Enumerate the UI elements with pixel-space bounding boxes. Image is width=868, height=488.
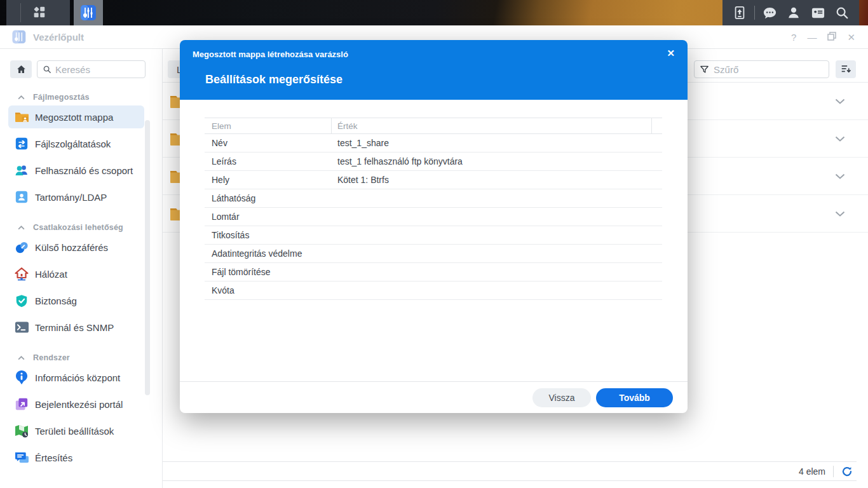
help-button[interactable]: ? — [791, 32, 796, 42]
section-header-connectivity[interactable]: Csatlakozási lehetőség — [0, 223, 162, 232]
taskbar-divider — [20, 3, 21, 22]
dialog-body: Elem Érték Név test_1_share Leírás test_… — [180, 100, 688, 300]
chevron-up-icon — [18, 95, 25, 100]
sidebar-item-notification[interactable]: Értesítés — [8, 446, 144, 469]
status-divider — [833, 466, 834, 477]
sidebar-scrollbar[interactable] — [145, 120, 150, 395]
table-header: Elem Érték — [205, 118, 662, 134]
search-button[interactable] — [830, 0, 854, 25]
sidebar-item-file-services[interactable]: Fájlszolgáltatások — [8, 132, 144, 155]
dialog-header: Megosztott mappa létrehozása varázsló ✕ … — [180, 40, 688, 100]
filter-input[interactable] — [714, 64, 824, 75]
sidebar: Fájlmegosztás Megosztott mappa Fájlszolg… — [0, 49, 163, 488]
row-expand-chevron[interactable] — [835, 98, 845, 104]
apps-grid-icon — [32, 5, 46, 18]
back-button[interactable]: Vissza — [532, 388, 591, 407]
row-label: Név — [205, 138, 332, 148]
dialog-footer: Vissza Tovább — [180, 381, 688, 413]
terminal-icon — [14, 320, 29, 335]
table-row: Kvóta — [205, 281, 662, 300]
home-button[interactable] — [10, 60, 32, 78]
row-label: Fájl tömörítése — [205, 267, 332, 277]
sidebar-item-label: Értesítés — [35, 452, 72, 463]
file-services-icon — [14, 136, 29, 151]
confirmation-table: Elem Érték Név test_1_share Leírás test_… — [205, 118, 662, 300]
user-button[interactable] — [782, 0, 806, 25]
main-menu-button[interactable] — [32, 5, 46, 21]
sidebar-item-label: Információs központ — [35, 372, 120, 383]
row-label: Adatintegritás védelme — [205, 248, 332, 259]
taskbar-control-panel-button[interactable] — [74, 0, 103, 25]
sidebar-item-external-access[interactable]: Külső hozzáférés — [8, 236, 144, 259]
row-expand-chevron[interactable] — [835, 173, 845, 179]
external-device-button[interactable] — [728, 0, 752, 25]
chevron-down-icon — [835, 173, 845, 179]
row-label: Leírás — [205, 156, 332, 166]
sidebar-item-regional-options[interactable]: Területi beállítások — [8, 419, 144, 442]
table-row: Láthatóság — [205, 189, 662, 208]
security-shield-icon — [14, 293, 29, 308]
widgets-button[interactable] — [806, 0, 830, 25]
sidebar-search[interactable] — [37, 60, 146, 78]
restore-icon — [827, 32, 836, 41]
sort-icon — [841, 64, 851, 74]
maximize-button[interactable] — [827, 32, 836, 42]
row-expand-chevron[interactable] — [835, 211, 845, 217]
section-label: Rendszer — [33, 353, 70, 362]
column-header-elem: Elem — [205, 118, 332, 133]
user-icon — [787, 6, 801, 20]
sidebar-item-network[interactable]: Hálózat — [8, 262, 144, 285]
refresh-button[interactable] — [841, 466, 855, 477]
row-expand-chevron[interactable] — [835, 136, 845, 142]
close-window-button[interactable]: ✕ — [847, 32, 855, 42]
section-header-system[interactable]: Rendszer — [0, 353, 162, 362]
table-row: Lomtár — [205, 208, 662, 226]
sidebar-item-user-group[interactable]: Felhasználó és csoport — [8, 159, 144, 182]
chat-icon — [763, 6, 777, 20]
column-header-ertek: Érték — [332, 118, 652, 133]
filter-box[interactable] — [694, 60, 829, 78]
search-icon — [43, 64, 51, 74]
filter-funnel-icon — [700, 64, 709, 75]
table-row: Fájl tömörítése — [205, 263, 662, 281]
dialog-title: Megosztott mappa létrehozása varázsló — [193, 50, 348, 59]
sidebar-item-login-portal[interactable]: Bejelentkezési portál — [8, 393, 144, 416]
chevron-down-icon — [835, 136, 845, 142]
control-panel-icon — [79, 4, 97, 22]
sidebar-item-domain-ldap[interactable]: Tartomány/LDAP — [8, 186, 144, 208]
table-row: Adatintegritás védelme — [205, 245, 662, 263]
sidebar-item-info-center[interactable]: Információs központ — [8, 366, 144, 389]
search-input[interactable] — [55, 64, 140, 75]
domain-ldap-icon — [14, 189, 29, 205]
item-count: 4 elem — [799, 466, 825, 477]
sidebar-item-terminal-snmp[interactable]: Terminál és SNMP — [8, 316, 144, 339]
section-label: Csatlakozási lehetőség — [33, 223, 123, 232]
sidebar-item-label: Fájlszolgáltatások — [35, 139, 111, 149]
next-button[interactable]: Tovább — [596, 388, 673, 407]
sidebar-item-security[interactable]: Biztonság — [8, 289, 144, 312]
row-value: test_1_share — [332, 138, 662, 148]
table-row: Leírás test_1 felhasználó ftp könyvtára — [205, 152, 662, 171]
sidebar-item-label: Tartomány/LDAP — [35, 192, 107, 203]
section-label: Fájlmegosztás — [33, 93, 90, 102]
table-row: Titkosítás — [205, 226, 662, 245]
sidebar-item-label: Hálózat — [35, 269, 67, 280]
sort-button[interactable] — [836, 60, 856, 78]
refresh-icon — [841, 466, 853, 477]
sidebar-item-label: Bejelentkezési portál — [35, 399, 123, 410]
row-value: Kötet 1: Btrfs — [332, 175, 662, 185]
widgets-icon — [811, 6, 825, 20]
minimize-button[interactable]: — — [807, 32, 817, 42]
chevron-up-icon — [18, 356, 25, 360]
column-header-spacer — [652, 118, 662, 133]
chat-button[interactable] — [757, 0, 782, 25]
network-icon — [14, 266, 29, 281]
table-row: Név test_1_share — [205, 134, 662, 152]
section-header-file-sharing[interactable]: Fájlmegosztás — [0, 93, 162, 102]
control-panel-icon — [11, 29, 27, 44]
tray-divider — [754, 6, 755, 20]
chevron-down-icon — [835, 98, 845, 104]
sidebar-item-shared-folder[interactable]: Megosztott mappa — [8, 105, 144, 128]
dialog-close-button[interactable]: ✕ — [667, 48, 675, 59]
sidebar-item-label: Terminál és SNMP — [35, 322, 114, 333]
